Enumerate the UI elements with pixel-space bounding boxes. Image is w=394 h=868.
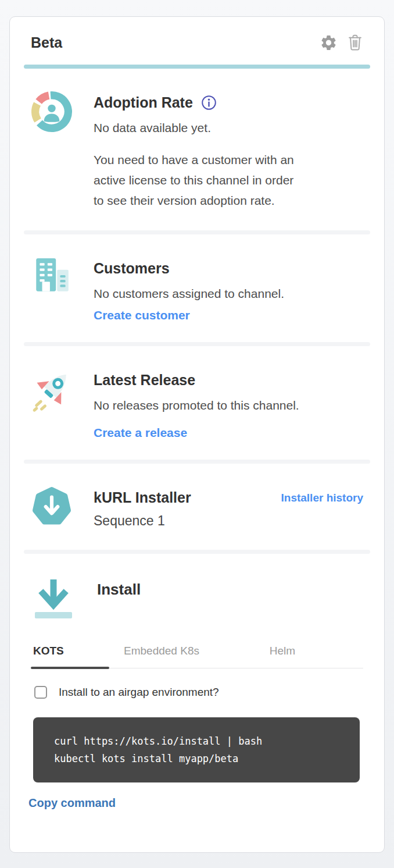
command-line: curl https://kots.io/install | bash bbox=[54, 732, 348, 750]
release-empty-text: No releases promoted to this channel. bbox=[94, 396, 363, 415]
section-divider bbox=[24, 230, 370, 234]
card-header: Beta bbox=[23, 17, 371, 65]
install-download-icon bbox=[32, 575, 74, 626]
adoption-rate-title: Adoption Rate bbox=[94, 94, 193, 111]
copy-command-link[interactable]: Copy command bbox=[28, 796, 116, 810]
install-title: Install bbox=[97, 575, 141, 626]
header-icons bbox=[320, 33, 363, 52]
hint-line: active license to this channel in order bbox=[94, 170, 363, 190]
latest-release-section: Latest Release No releases promoted to t… bbox=[23, 346, 371, 460]
install-command-code[interactable]: curl https://kots.io/install | bashkubec… bbox=[33, 717, 360, 782]
section-divider bbox=[24, 342, 370, 346]
channel-title: Beta bbox=[31, 34, 62, 51]
adoption-empty-text: No data available yet. bbox=[94, 118, 363, 138]
installer-sequence: Sequence 1 bbox=[94, 513, 363, 529]
installer-history-link[interactable]: Installer history bbox=[281, 492, 364, 504]
install-tabs: KOTS Embedded K8s Helm bbox=[31, 638, 363, 668]
airgap-row: Install to an airgap environment? bbox=[34, 686, 363, 699]
gear-icon[interactable] bbox=[320, 34, 338, 52]
adoption-hint-text: You need to have a customer with an acti… bbox=[94, 150, 363, 211]
channel-card: Beta bbox=[9, 16, 385, 853]
customers-section: Customers No customers assigned to chann… bbox=[23, 234, 371, 342]
kurl-installer-section: kURL Installer Installer history Sequenc… bbox=[23, 464, 371, 550]
command-line: kubectl kots install myapp/beta bbox=[54, 750, 348, 767]
airgap-label: Install to an airgap environment? bbox=[59, 686, 219, 699]
installer-heptagon-icon bbox=[31, 486, 73, 530]
rocket-icon bbox=[31, 368, 73, 440]
airgap-checkbox[interactable] bbox=[34, 686, 47, 699]
customers-empty-text: No customers assigned to channel. bbox=[94, 284, 363, 304]
channel-accent-bar bbox=[24, 65, 370, 69]
hint-line: You need to have a customer with an bbox=[94, 150, 363, 170]
info-icon[interactable] bbox=[201, 95, 217, 111]
trash-icon[interactable] bbox=[347, 33, 363, 52]
create-release-link[interactable]: Create a release bbox=[94, 426, 187, 440]
kurl-installer-title: kURL Installer bbox=[94, 489, 191, 506]
section-divider bbox=[24, 550, 370, 554]
hint-line: to see their version adoption rate. bbox=[94, 190, 363, 211]
tab-helm[interactable]: Helm bbox=[236, 638, 329, 668]
customers-buildings-icon bbox=[31, 257, 73, 322]
create-customer-link[interactable]: Create customer bbox=[94, 308, 190, 322]
adoption-rate-section: Adoption Rate No data available yet. You… bbox=[23, 69, 371, 230]
tab-embedded-k8s[interactable]: Embedded K8s bbox=[109, 638, 214, 668]
adoption-donut-icon bbox=[31, 91, 73, 211]
install-section-header: Install bbox=[23, 554, 371, 628]
latest-release-title: Latest Release bbox=[94, 372, 195, 389]
customers-title: Customers bbox=[94, 260, 170, 277]
section-divider bbox=[24, 460, 370, 464]
tab-kots[interactable]: KOTS bbox=[31, 638, 109, 668]
